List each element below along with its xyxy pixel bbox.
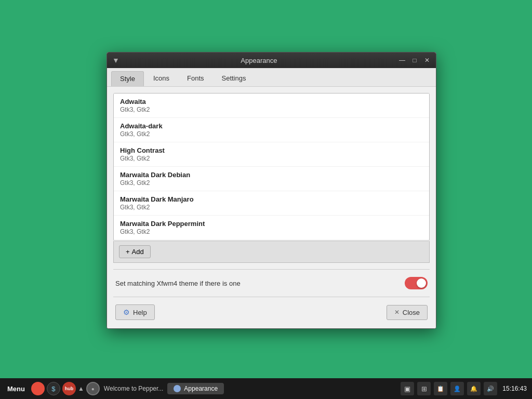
- toggle-label: Set matching Xfwm4 theme if there is one: [115, 280, 241, 287]
- taskbar-time: 15:16:43: [500, 385, 529, 392]
- tab-bar: Style Icons Fonts Settings: [107, 68, 436, 87]
- taskbar-circle[interactable]: ●: [86, 382, 100, 395]
- taskbar-right: ▣ ⊞ 📋 👤 🔔 🔊 15:16:43: [401, 382, 529, 395]
- desktop: ▼ Appearance — □ ✕ Style Icons Fonts Set…: [0, 0, 532, 399]
- theme-list[interactable]: Adwaita Gtk3, Gtk2 Adwaita-dark Gtk3, Gt…: [113, 93, 430, 241]
- theme-name: High Contrast: [120, 147, 423, 154]
- separator: [113, 269, 430, 270]
- theme-desc: Gtk3, Gtk2: [120, 179, 423, 187]
- taskbar-arrow-icon[interactable]: ▲: [78, 385, 84, 392]
- bell-icon[interactable]: 🔔: [467, 382, 481, 395]
- user-icon[interactable]: 👤: [450, 382, 464, 395]
- window-controls: — □ ✕: [396, 55, 433, 66]
- add-button[interactable]: + Add: [119, 245, 151, 258]
- theme-name: Marwaita Dark Debian: [120, 171, 423, 179]
- maximize-button[interactable]: □: [409, 55, 420, 66]
- theme-desc: Gtk3, Gtk2: [120, 130, 423, 138]
- theme-desc: Gtk3, Gtk2: [120, 204, 423, 211]
- xfwm4-toggle[interactable]: [405, 277, 428, 289]
- separator: [113, 297, 430, 297]
- plus-icon: +: [126, 248, 130, 256]
- list-item[interactable]: Marwaita Dark Manjaro Gtk3, Gtk2: [114, 191, 429, 216]
- list-item[interactable]: Adwaita Gtk3, Gtk2: [114, 94, 429, 118]
- theme-desc: Gtk3, Gtk2: [120, 228, 423, 235]
- menu-button[interactable]: Menu: [3, 383, 29, 395]
- app-dot-icon: [174, 385, 181, 392]
- taskbar-terminal[interactable]: $: [47, 382, 60, 395]
- theme-name: Adwaita: [120, 98, 423, 105]
- list-item[interactable]: Adwaita-dark Gtk3, Gtk2: [114, 118, 429, 142]
- content-area: Adwaita Gtk3, Gtk2 Adwaita-dark Gtk3, Gt…: [107, 87, 436, 328]
- taskbar-welcome-text: Welcome to Pepper...: [102, 385, 166, 392]
- taskbar: Menu $ hub ▲ ● Welcome to Pepper... Appe…: [0, 378, 532, 399]
- close-button[interactable]: ✕: [421, 55, 433, 66]
- window-title: Appearance: [122, 57, 396, 64]
- titlebar: ▼ Appearance — □ ✕: [107, 52, 436, 68]
- theme-desc: Gtk3, Gtk2: [120, 106, 423, 113]
- bottom-bar: ⚙ Help ✕ Close: [113, 301, 430, 322]
- tab-style[interactable]: Style: [111, 71, 144, 86]
- theme-name: Adwaita-dark: [120, 122, 423, 130]
- multi-desktop-icon[interactable]: ⊞: [417, 382, 431, 395]
- toggle-knob: [417, 278, 426, 288]
- appearance-window: ▼ Appearance — □ ✕ Style Icons Fonts Set…: [107, 52, 436, 329]
- help-button[interactable]: ⚙ Help: [115, 304, 155, 320]
- theme-name: Marwaita Dark Manjaro: [120, 195, 423, 203]
- close-icon: ✕: [394, 309, 400, 316]
- list-item[interactable]: High Contrast Gtk3, Gtk2: [114, 142, 429, 167]
- window-switcher-icon[interactable]: ▣: [401, 382, 414, 395]
- circle-dot: ●: [91, 386, 95, 392]
- help-icon: ⚙: [123, 308, 130, 316]
- toggle-row: Set matching Xfwm4 theme if there is one: [113, 274, 430, 292]
- clipboard-icon[interactable]: 📋: [434, 382, 447, 395]
- taskbar-app-red[interactable]: [31, 382, 45, 395]
- close-dialog-button[interactable]: ✕ Close: [387, 305, 428, 320]
- taskbar-appearance-button[interactable]: Appearance: [167, 383, 224, 394]
- taskbar-hub[interactable]: hub: [62, 382, 76, 395]
- tab-icons[interactable]: Icons: [145, 71, 178, 86]
- minimize-button[interactable]: —: [396, 55, 408, 66]
- tab-settings[interactable]: Settings: [214, 71, 255, 86]
- volume-icon[interactable]: 🔊: [484, 382, 497, 395]
- theme-name: Marwaita Dark Peppermint: [120, 220, 423, 228]
- list-item[interactable]: Marwaita Dark Peppermint Gtk3, Gtk2: [114, 216, 429, 240]
- theme-desc: Gtk3, Gtk2: [120, 155, 423, 162]
- add-bar: + Add: [113, 241, 430, 263]
- tab-fonts[interactable]: Fonts: [179, 71, 212, 86]
- window-menu-button[interactable]: ▼: [110, 56, 122, 64]
- list-item[interactable]: Marwaita Dark Debian Gtk3, Gtk2: [114, 167, 429, 191]
